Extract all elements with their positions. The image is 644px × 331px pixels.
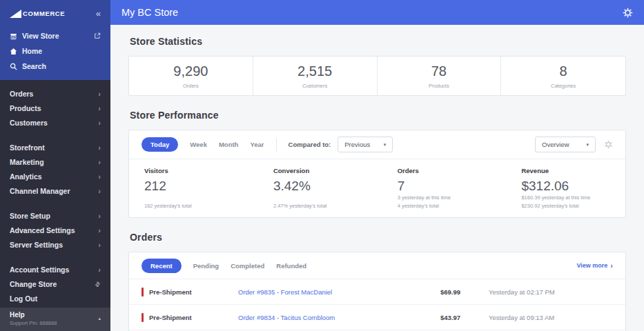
compared-to-select[interactable]: Previous ▾ [338, 137, 393, 152]
sidebar-main-nav: Orders › Products › Customers › Storefro… [0, 80, 110, 306]
metric-value: 7 [398, 179, 507, 194]
order-status: Pre-Shipment [142, 288, 238, 297]
metric-subtext: 3 yesterday at this time 4 yesterday's t… [398, 194, 507, 210]
help-text-block: Help Support Pin: 888888 [10, 311, 57, 326]
tab-today[interactable]: Today [142, 137, 178, 152]
sidebar-item-label: Advanced Settings [10, 226, 75, 234]
swap-arrows-icon: ⇄ [94, 280, 102, 288]
compared-to-value: Previous [344, 141, 370, 148]
chevron-right-icon: › [98, 266, 101, 274]
sidebar-item-account-settings[interactable]: Account Settings › [0, 263, 110, 277]
sidebar-item-label: Analytics [10, 172, 42, 181]
metric-value: $312.06 [521, 179, 625, 194]
order-link[interactable]: Order #9835 - Forest MacDaniel [238, 288, 440, 296]
sidebar-item-marketing[interactable]: Marketing › [0, 155, 110, 170]
order-amount: $69.99 [440, 288, 482, 296]
performance-settings-gear-icon[interactable] [604, 140, 613, 149]
sidebar-top-section: COMMERCE « View Store Home [0, 0, 110, 80]
metric-visitors: Visitors 212 162 yesterday's total [129, 167, 258, 210]
stat-products: 78 Products [378, 57, 502, 95]
sidebar-item-store-setup[interactable]: Store Setup › [0, 209, 110, 223]
sidebar-item-search[interactable]: Search [0, 59, 110, 74]
metric-sub-line: 162 yesterday's total [144, 202, 258, 210]
metric-sub-line: 3 yesterday at this time [398, 194, 507, 202]
sidebar-item-analytics[interactable]: Analytics › [0, 170, 110, 184]
sidebar-item-advanced-settings[interactable]: Advanced Settings › [0, 223, 110, 238]
caret-up-icon: ▴ [98, 316, 101, 321]
nav-group-settings: Store Setup › Advanced Settings › Server… [0, 209, 110, 252]
performance-toolbar: Today Week Month Year Compared to: Previ… [129, 130, 625, 159]
tab-month[interactable]: Month [219, 141, 239, 148]
chevron-right-icon: › [98, 119, 101, 127]
status-label: Pre-Shipment [149, 314, 192, 321]
chevron-right-icon: › [98, 227, 101, 234]
sidebar-item-label: Account Settings [10, 265, 69, 274]
metric-subtext: 2.47% yesterday's total [273, 202, 382, 210]
store-statistics-card: 9,290 Orders 2,515 Customers 78 Products… [128, 56, 626, 96]
nav-group-commerce: Orders › Products › Customers › [0, 87, 110, 130]
stat-customers: 2,515 Customers [253, 57, 378, 95]
stat-value: 8 [560, 63, 567, 79]
chevron-right-icon: › [98, 173, 101, 181]
content-area: Store Statistics 9,290 Orders 2,515 Cust… [110, 25, 644, 331]
app-root: COMMERCE « View Store Home [0, 0, 644, 331]
logo-row: COMMERCE « [0, 0, 110, 28]
order-amount: $43.97 [440, 314, 482, 321]
chevron-right-icon: › [98, 241, 101, 249]
sidebar-item-home[interactable]: Home [0, 43, 110, 59]
tab-recent[interactable]: Recent [142, 259, 182, 273]
stat-categories: 8 Categories [501, 57, 625, 95]
tab-refunded[interactable]: Refunded [276, 262, 306, 270]
metric-orders: Orders 7 3 yesterday at this time 4 yest… [382, 167, 507, 210]
view-more-link[interactable]: View more › [576, 262, 613, 270]
sidebar-item-orders[interactable]: Orders › [0, 87, 110, 101]
sidebar-item-label: Products [10, 104, 41, 112]
order-row: Pre-Shipment Order #9835 - Forest MacDan… [129, 279, 625, 304]
metric-sub-line: $160.39 yesterday at this time [521, 194, 625, 202]
sidebar-item-label: View Store [22, 32, 59, 40]
status-label: Pre-Shipment [149, 288, 192, 296]
metric-label: Visitors [144, 167, 258, 174]
nav-group-marketing: Storefront › Marketing › Analytics › Cha… [0, 141, 110, 199]
order-date: Yesterday at 09:13 AM [482, 314, 613, 321]
sidebar-item-log-out[interactable]: Log Out [0, 292, 110, 306]
chevron-down-icon: ▾ [586, 142, 589, 148]
order-status: Pre-Shipment [142, 313, 238, 322]
sidebar-item-label: Storefront [10, 143, 45, 152]
order-link[interactable]: Order #9834 - Tacitus Cornbloom [238, 314, 440, 321]
logo-sail-icon [10, 10, 21, 18]
collapse-sidebar-icon[interactable]: « [96, 9, 101, 18]
metric-label: Orders [398, 167, 507, 174]
stat-label: Customers [302, 83, 327, 89]
stat-value: 78 [431, 63, 447, 79]
tab-week[interactable]: Week [190, 141, 207, 148]
help-label: Help [10, 311, 57, 319]
sidebar-item-view-store[interactable]: View Store [0, 28, 110, 43]
stat-orders: 9,290 Orders [129, 57, 253, 95]
sidebar-item-label: Search [22, 62, 46, 70]
performance-metrics-row: Visitors 212 162 yesterday's total Conve… [129, 159, 625, 217]
store-statistics-title: Store Statistics [130, 36, 626, 47]
sidebar-item-channel-manager[interactable]: Channel Manager › [0, 184, 110, 199]
tab-year[interactable]: Year [250, 141, 264, 148]
chevron-right-icon: › [98, 188, 101, 195]
sidebar-item-change-store[interactable]: Change Store ⇄ [0, 277, 110, 292]
help-footer[interactable]: Help Support Pin: 888888 ▴ [0, 308, 110, 331]
sidebar-item-products[interactable]: Products › [0, 101, 110, 116]
home-icon [10, 48, 22, 55]
sidebar-item-storefront[interactable]: Storefront › [0, 141, 110, 155]
sidebar-item-label: Log Out [10, 294, 37, 303]
sidebar-item-server-settings[interactable]: Server Settings › [0, 238, 110, 252]
store-performance-card: Today Week Month Year Compared to: Previ… [128, 130, 626, 218]
tab-pending[interactable]: Pending [193, 262, 219, 270]
tab-completed[interactable]: Completed [231, 262, 264, 270]
sidebar-item-label: Channel Manager [10, 187, 70, 195]
chevron-right-icon: › [98, 90, 101, 98]
metric-sub-line: 4 yesterday's total [398, 202, 507, 210]
sidebar-item-customers[interactable]: Customers › [0, 116, 110, 130]
settings-gear-icon[interactable] [623, 8, 633, 18]
view-selector[interactable]: Overview ▾ [535, 137, 596, 152]
metric-subtext: 162 yesterday's total [144, 202, 258, 210]
metric-revenue: Revenue $312.06 $160.39 yesterday at thi… [506, 167, 625, 210]
stat-value: 2,515 [297, 63, 332, 79]
